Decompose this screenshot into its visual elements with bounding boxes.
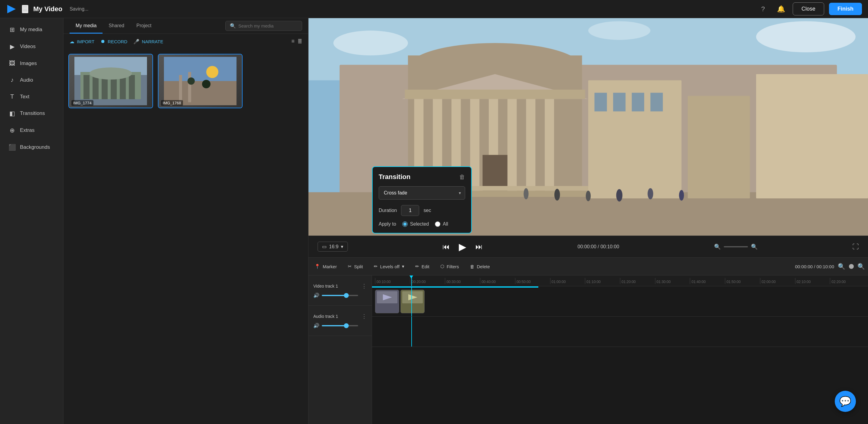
app-title: My Video [33,5,62,13]
sidebar-item-audio[interactable]: ♪ Audio [2,72,61,88]
menu-button[interactable]: ☰ [22,5,28,13]
split-button[interactable]: ✂ Split [345,261,366,272]
videos-icon: ▶ [8,43,16,50]
split-label: Split [354,264,363,269]
sort-icon-2[interactable]: ≣ [298,38,302,45]
finish-button[interactable]: Finish [829,3,862,15]
split-icon: ✂ [348,264,352,269]
apply-to-label: Apply to [379,221,396,227]
svg-point-10 [90,67,132,80]
sidebar-item-transitions[interactable]: ◧ Transitions [2,105,61,121]
ruler-mark-6: 01:10:00 [585,278,620,284]
edit-button[interactable]: ✏ Edit [412,261,433,272]
apply-selected-text: Selected [410,221,429,227]
sort-icon-1[interactable]: ≡ [291,38,294,45]
video-track-volume-slider[interactable] [322,295,358,296]
filters-label: Filters [447,264,459,269]
audio-track-volume-slider[interactable] [322,325,358,326]
sidebar-label-videos: Videos [20,43,36,50]
marker-button[interactable]: 📍 Marker [311,261,340,272]
video-track-more-icon[interactable]: ⋮ [362,283,367,290]
close-button[interactable]: Close [793,2,824,16]
video-track-name: Video track 1 [313,284,338,289]
levels-button[interactable]: ✏ Levels off ▾ [371,261,407,272]
aspect-ratio-label: 16:9 [329,244,338,249]
forward-button[interactable]: ⏭ [475,243,483,251]
transition-delete-button[interactable]: 🗑 [459,174,465,181]
fullscreen-button[interactable]: ⛶ [852,243,859,251]
media-thumb-img1768[interactable]: IMG_1768 [158,54,243,108]
apply-all-radio[interactable] [435,221,440,227]
narrate-button[interactable]: 🎤 NARRATE [133,39,163,44]
media-panel: My media Shared Project 🔍 ☁ IMPORT ⏺ REC… [63,18,309,424]
play-button[interactable]: ▶ [459,241,466,252]
sidebar-item-backgrounds[interactable]: ⬛ Backgrounds [2,140,61,155]
import-button[interactable]: ☁ IMPORT [69,39,94,44]
ruler-marks: 00:10:00 00:20:00 00:30:00 00:40:00 00:5… [375,278,865,284]
chat-button[interactable]: 💬 [835,391,856,412]
timeline-selection-bar [372,286,538,287]
levels-dropdown-icon: ▾ [402,264,404,269]
sidebar-item-videos[interactable]: ▶ Videos [2,39,61,55]
transition-select-wrap: Cross fade ▾ [379,186,465,200]
tab-my-media[interactable]: My media [69,19,102,34]
search-input[interactable] [238,23,298,28]
sidebar-item-text[interactable]: T Text [2,89,61,104]
audio-track-more-icon[interactable]: ⋮ [362,313,367,320]
svg-rect-31 [545,99,554,192]
apply-all-label[interactable]: All [435,221,448,227]
duration-input[interactable] [401,205,419,216]
video-track-mute-icon[interactable]: 🔊 [313,293,319,298]
svg-rect-9 [129,75,135,99]
apply-to-radio-group: Selected All [402,221,448,227]
zoom-slider-placeholder[interactable] [724,246,748,247]
zoom-plus-icon[interactable]: 🔍 [858,263,865,270]
video-track-1-label: Video track 1 ⋮ 🔊 [309,275,372,306]
rewind-button[interactable]: ⏮ [442,243,450,251]
svg-rect-43 [632,93,644,112]
sidebar-item-my-media[interactable]: ⊞ My media [2,22,61,37]
zoom-out-icon[interactable]: 🔍 [714,243,721,250]
delete-button[interactable]: 🗑 Delete [467,262,493,272]
help-button[interactable]: ? [756,2,770,16]
audio-track-slider-wrap: 🔊 [313,323,367,328]
sidebar-item-extras[interactable]: ⊕ Extras [2,122,61,138]
duration-unit: sec [424,208,431,213]
main-layout: ⊞ My media ▶ Videos 🖼 Images ♪ Audio T T… [0,18,868,424]
sidebar-item-images[interactable]: 🖼 Images [2,56,61,71]
filters-button[interactable]: ⬡ Filters [437,261,462,272]
transition-type-selector[interactable]: Cross fade [379,186,465,200]
apply-selected-radio[interactable] [402,221,408,227]
record-button[interactable]: ⏺ RECORD [100,39,127,44]
sort-icons[interactable]: ≡ ≣ [291,38,302,45]
svg-point-18 [202,80,211,88]
filters-icon: ⬡ [440,264,444,269]
timeline-time-text: 00:00:00 / 00:10:00 [795,264,834,269]
ruler-mark-1: 00:20:00 [410,278,445,284]
tab-shared[interactable]: Shared [102,19,130,34]
notification-button[interactable]: 🔔 [775,2,788,16]
search-box[interactable]: 🔍 [225,21,302,31]
audio-track-title: Audio track 1 ⋮ [313,313,367,320]
apply-selected-label[interactable]: Selected [402,221,429,227]
text-icon: T [8,93,16,100]
video-clip-2[interactable] [400,290,425,313]
ruler-mark-4: 00:50:00 [515,278,550,284]
record-icon: ⏺ [100,39,105,44]
media-grid: IMG_1774 IMG_1768 [63,49,308,113]
tab-project[interactable]: Project [130,19,158,34]
video-clip-1[interactable] [375,290,399,313]
transition-duration-row: Duration sec [379,205,465,216]
zoom-minus-icon[interactable]: 🔍 [838,263,845,270]
zoom-dot [849,264,854,269]
ruler-mark-13: 02:20:00 [830,278,865,284]
media-thumb-img1774[interactable]: IMG_1774 [68,54,153,108]
ruler-mark-2: 00:30:00 [445,278,480,284]
chat-icon: 💬 [839,396,851,407]
sidebar-label-my-media: My media [20,27,42,33]
aspect-ratio-selector[interactable]: ▭ 16:9 ▾ [317,242,348,252]
zoom-in-icon[interactable]: 🔍 [751,243,757,250]
audio-track-mute-icon[interactable]: 🔊 [313,323,319,328]
ruler-mark-11: 02:00:00 [760,278,795,284]
sidebar-label-extras: Extras [20,127,34,133]
